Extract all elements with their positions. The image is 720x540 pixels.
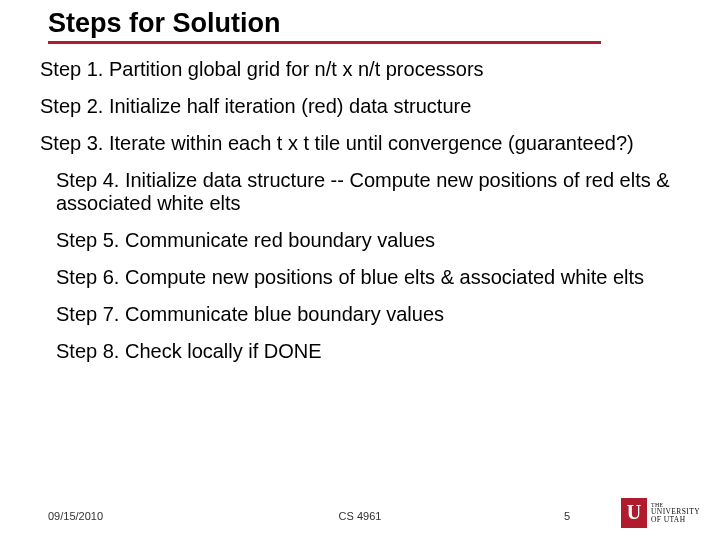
slide-body: Step 1. Partition global grid for n/t x … bbox=[0, 44, 720, 363]
logo-line-3: OF UTAH bbox=[651, 516, 700, 524]
step-3: Step 3. Iterate within each t x t tile u… bbox=[40, 132, 680, 155]
slide-footer: 09/15/2010 CS 4961 5 THE UNIVERSITY OF U… bbox=[0, 498, 720, 528]
university-logo: THE UNIVERSITY OF UTAH bbox=[621, 498, 700, 528]
step-4: Step 4. Initialize data structure -- Com… bbox=[40, 169, 680, 215]
step-7: Step 7. Communicate blue boundary values bbox=[40, 303, 680, 326]
step-2: Step 2. Initialize half iteration (red) … bbox=[40, 95, 680, 118]
footer-page-number: 5 bbox=[564, 510, 570, 522]
step-6: Step 6. Compute new positions of blue el… bbox=[40, 266, 680, 289]
footer-date: 09/15/2010 bbox=[48, 510, 103, 522]
logo-text: THE UNIVERSITY OF UTAH bbox=[651, 502, 700, 524]
u-icon bbox=[621, 498, 647, 528]
slide-title: Steps for Solution bbox=[48, 8, 601, 44]
step-1: Step 1. Partition global grid for n/t x … bbox=[40, 58, 680, 81]
footer-course: CS 4961 bbox=[339, 510, 382, 522]
step-8: Step 8. Check locally if DONE bbox=[40, 340, 680, 363]
step-5: Step 5. Communicate red boundary values bbox=[40, 229, 680, 252]
